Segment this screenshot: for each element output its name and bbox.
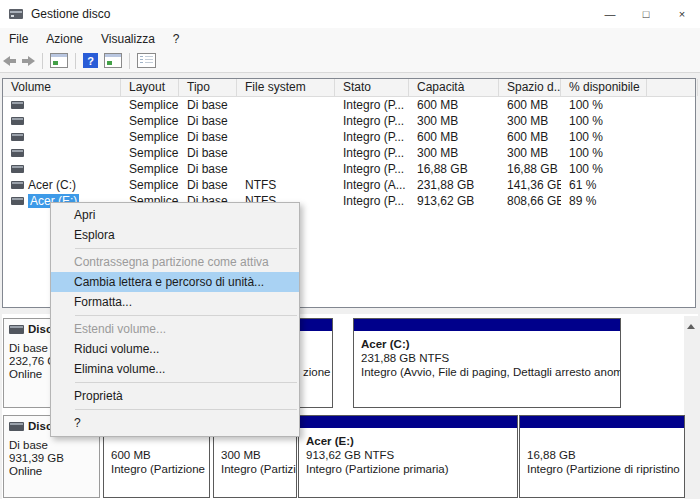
volume-icon (11, 117, 24, 125)
volume-row-3[interactable]: SempliceDi baseIntegro (P...300 MB300 MB… (3, 145, 695, 161)
volume-icon (11, 133, 24, 141)
partition-status: Integro (Partizione (111, 462, 202, 476)
menubar-item-file[interactable]: File (0, 30, 37, 48)
cell-layout: Semplice (121, 129, 179, 145)
disk-list-view-icon (50, 53, 68, 68)
column-header-tipo[interactable]: Tipo (179, 79, 237, 96)
context-menu-item-elimina-volume[interactable]: Elimina volume... (51, 359, 299, 379)
maximize-button[interactable]: □ (628, 0, 664, 28)
cell-capacita: 16,88 GB (409, 161, 499, 177)
cell-layout: Semplice (121, 161, 179, 177)
graphical-view-button[interactable] (101, 51, 125, 71)
column-header-layout[interactable]: Layout (121, 79, 179, 96)
context-menu-item-propriet[interactable]: Proprietà (51, 386, 299, 406)
cell-pct: 100 % (561, 113, 647, 129)
column-header-stato[interactable]: Stato (335, 79, 409, 96)
cell-pct: 100 % (561, 97, 647, 113)
partition-status-bar (299, 416, 517, 429)
cell-spazio: 300 MB (499, 145, 561, 161)
scroll-up-icon[interactable] (687, 320, 695, 329)
volume-label: Acer (C:) (28, 178, 76, 192)
partition-acere[interactable]: Acer (E:)913,62 GB NTFSIntegro (Partizio… (298, 415, 518, 498)
menubar-item-[interactable]: ? (164, 30, 189, 48)
partition-text: Acer (E:)913,62 GB NTFSIntegro (Partizio… (299, 429, 517, 476)
column-header-empty (647, 79, 698, 96)
partition-size: 300 MB (221, 448, 289, 462)
back-arrow-icon (3, 56, 16, 66)
cell-tipo: Di base (179, 145, 237, 161)
volume-row-1[interactable]: SempliceDi baseIntegro (P...300 MB300 MB… (3, 113, 695, 129)
forward-arrow-icon (22, 56, 35, 66)
context-menu-item-contrassegna-partizione-come-attiva: Contrassegna partizione come attiva (51, 252, 299, 272)
volume-row-0[interactable]: SempliceDi baseIntegro (P...600 MB600 MB… (3, 97, 695, 113)
menu-separator (75, 382, 297, 383)
column-header-volume[interactable]: Volume (3, 79, 121, 96)
context-menu-item-estendi-volume: Estendi volume... (51, 319, 299, 339)
cell-spazio: 16,88 GB (499, 161, 561, 177)
cell-capacita: 913,62 GB (409, 193, 499, 209)
partition-text: 16,88 GBIntegro (Partizione di ripristin… (520, 429, 684, 476)
cell-fs (237, 129, 335, 145)
help-button[interactable]: ? (80, 51, 101, 71)
cell-spazio: 141,36 GB (499, 177, 561, 193)
cell-fs (237, 97, 335, 113)
partition-name: Acer (C:) (361, 337, 613, 351)
context-menu-item-esplora[interactable]: Esplora (51, 225, 299, 245)
vertical-scrollbar[interactable] (684, 316, 698, 499)
forward-button[interactable] (19, 51, 38, 71)
menubar: FileAzioneVisualizza? (0, 28, 700, 49)
cell-stato: Integro (P... (335, 145, 409, 161)
context-menu-item-formatta[interactable]: Formatta... (51, 292, 299, 312)
context-menu-item-[interactable]: ? (51, 413, 299, 433)
context-menu-item-cambia-lettera-e-percorso-di-unit[interactable]: Cambia lettera e percorso di unità... (51, 272, 299, 292)
disk-icon (9, 422, 24, 431)
menubar-item-visualizza[interactable]: Visualizza (92, 30, 164, 48)
disk-status: Online (9, 465, 99, 478)
cell-fs (237, 161, 335, 177)
toolbar-separator (129, 53, 130, 69)
partition-size: 16,88 GB (527, 448, 677, 462)
cell-pct: 100 % (561, 161, 647, 177)
column-header-file-system[interactable]: File system (237, 79, 335, 96)
cell-capacita: 300 MB (409, 145, 499, 161)
cell-layout: Semplice (121, 145, 179, 161)
disk-list-view-button[interactable] (47, 51, 71, 71)
cell-volume (3, 113, 121, 129)
column-header--disponibile[interactable]: % disponibile (561, 79, 647, 96)
titlebar: Gestione disco — □ × (0, 0, 700, 28)
properties-icon (137, 53, 156, 68)
partition-disk1-3[interactable]: 16,88 GBIntegro (Partizione di ripristin… (519, 415, 685, 498)
partition-size: 913,62 GB NTFS (306, 448, 510, 462)
cell-capacita: 300 MB (409, 113, 499, 129)
volume-icon (11, 165, 24, 173)
properties-button[interactable] (134, 51, 159, 71)
back-button[interactable] (0, 51, 19, 71)
partition-size: 600 MB (111, 448, 202, 462)
cell-capacita: 231,88 GB (409, 177, 499, 193)
app-icon (9, 9, 23, 19)
menubar-item-azione[interactable]: Azione (37, 30, 92, 48)
context-menu-item-apri[interactable]: Apri (51, 205, 299, 225)
menu-separator (75, 315, 297, 316)
cell-volume (3, 161, 121, 177)
volume-row-2[interactable]: SempliceDi baseIntegro (P...600 MB600 MB… (3, 129, 695, 145)
cell-volume (3, 145, 121, 161)
disk-size: 931,39 GB (9, 452, 99, 465)
context-menu-item-riduci-volume[interactable]: Riduci volume... (51, 339, 299, 359)
volume-icon (11, 101, 24, 109)
column-header-spazio-disponibile[interactable]: Spazio d... (499, 79, 561, 96)
volume-row-acerc[interactable]: Acer (C:)SempliceDi baseNTFSIntegro (A..… (3, 177, 695, 193)
cell-tipo: Di base (179, 177, 237, 193)
volume-icon (11, 149, 24, 157)
column-header-capacit-[interactable]: Capacità (409, 79, 499, 96)
volume-row-4[interactable]: SempliceDi baseIntegro (P...16,88 GB16,8… (3, 161, 695, 177)
minimize-button[interactable]: — (592, 0, 628, 28)
cell-volume: Acer (C:) (3, 177, 121, 193)
partition-status: Integro (Partizione primaria) (306, 462, 510, 476)
close-button[interactable]: × (664, 0, 700, 28)
partition-status: Integro (Partizione di ripristino (527, 462, 677, 476)
partition-acerc[interactable]: Acer (C:)231,88 GB NTFSIntegro (Avvio, F… (353, 318, 621, 408)
partition-status-bar (354, 319, 620, 332)
volume-list-header: VolumeLayoutTipoFile systemStatoCapacità… (3, 79, 695, 97)
partition-text: Acer (C:)231,88 GB NTFSIntegro (Avvio, F… (354, 332, 620, 379)
